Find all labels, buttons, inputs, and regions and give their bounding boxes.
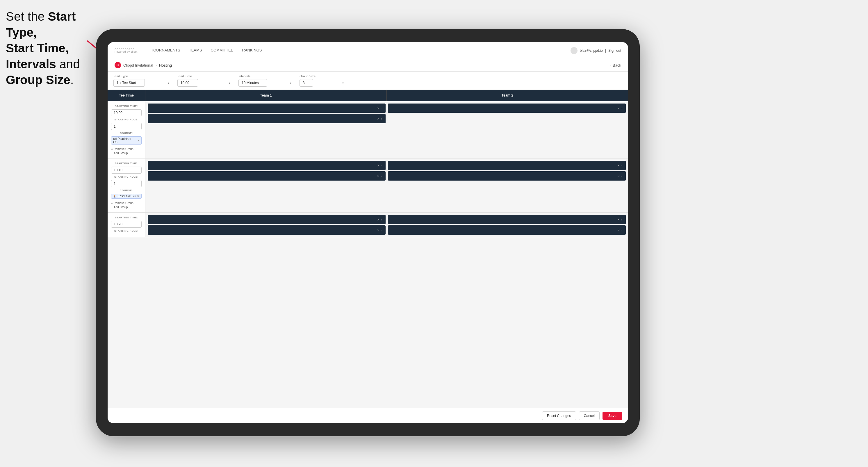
group-size-select-wrapper: 3 bbox=[300, 79, 346, 87]
course-icon-2: 🏌 bbox=[113, 194, 117, 198]
player-row-2-1: ✕ ○ bbox=[148, 161, 385, 170]
team1-players-2: ✕ ○ ✕ ○ bbox=[148, 161, 385, 210]
player-row-2-4: ✕ ○ bbox=[388, 171, 626, 181]
annotation-bold4: Group Size bbox=[6, 73, 70, 87]
starting-time-field-1[interactable] bbox=[112, 110, 142, 116]
remove-group-1[interactable]: Remove Group bbox=[111, 148, 142, 151]
player-row-3-3: ✕ ○ bbox=[388, 215, 626, 224]
team2-players-1: ✕ ○ bbox=[388, 103, 626, 156]
breadcrumb-tournament[interactable]: Clippd Invitational bbox=[123, 63, 153, 67]
player-remove-2-3[interactable]: ✕ ○ bbox=[617, 164, 622, 167]
player-row-1-2: ✕ ○ bbox=[148, 114, 385, 123]
group-size-label: Group Size bbox=[300, 74, 346, 78]
breadcrumb-bar: C Clippd Invitational › Hosting Back bbox=[107, 59, 628, 71]
starting-hole-field-1[interactable] bbox=[112, 123, 142, 130]
player-remove-1-2[interactable]: ✕ ○ bbox=[377, 117, 382, 120]
player-row-2-3: ✕ ○ bbox=[388, 161, 626, 170]
starting-hole-field-2[interactable] bbox=[112, 181, 142, 187]
teams-section-3: ✕ ○ ✕ ○ ✕ ○ ✕ bbox=[145, 213, 628, 237]
intervals-select[interactable]: 10 Minutes bbox=[239, 79, 267, 87]
logo-sub: Powered by clipp... bbox=[115, 51, 140, 53]
add-group-1[interactable]: Add Group bbox=[111, 152, 142, 155]
starting-time-field-3[interactable] bbox=[112, 221, 142, 227]
starting-hole-label-1: STARTING HOLE: bbox=[111, 118, 142, 121]
player-remove-2-4[interactable]: ✕ ○ bbox=[617, 175, 622, 178]
player-row-3-4: ✕ ○ bbox=[388, 225, 626, 235]
starting-hole-select-1[interactable]: ▲ ▼ bbox=[111, 123, 142, 130]
tee-time-col-3: STARTING TIME: ⏱ STARTING HOLE: bbox=[107, 213, 145, 237]
starting-hole-select-2[interactable]: ▲ ▼ bbox=[111, 180, 142, 187]
nav-user: blair@clippd.io | Sign out bbox=[570, 47, 621, 54]
action-links-2: Remove Group Add Group bbox=[111, 201, 142, 209]
user-avatar bbox=[570, 47, 578, 54]
starting-time-label-3: STARTING TIME: bbox=[111, 216, 142, 219]
player-remove-1-1[interactable]: ✕ ○ bbox=[377, 107, 382, 110]
team2-players-3: ✕ ○ ✕ ○ bbox=[388, 215, 626, 235]
course-label-1: COURSE: bbox=[111, 132, 142, 135]
group-size-group: Group Size 3 bbox=[300, 74, 346, 87]
teams-section-1: ✕ ○ ✕ ○ ✕ ○ bbox=[145, 101, 628, 158]
intervals-group: Intervals 10 Minutes bbox=[239, 74, 294, 87]
cancel-button[interactable]: Cancel bbox=[579, 411, 599, 420]
annotation-text: Set the Start Type, Start Time, Interval… bbox=[6, 9, 105, 88]
annotation-bold3: Intervals bbox=[6, 57, 56, 71]
group-row-1: STARTING TIME: ⏱ STARTING HOLE: ▲ ▼ COUR… bbox=[107, 101, 628, 158]
annotation-bold2: Start Time, bbox=[6, 41, 69, 55]
start-type-select[interactable]: 1st Tee Start bbox=[114, 79, 145, 87]
nav-tab-tournaments[interactable]: TOURNAMENTS bbox=[151, 47, 180, 54]
nav-bar: SCOREBOARD Powered by clipp... TOURNAMEN… bbox=[107, 42, 628, 59]
player-remove-2-2[interactable]: ✕ ○ bbox=[377, 175, 382, 178]
course-name-1: (A) Peachtree GC bbox=[113, 137, 136, 144]
breadcrumb-separator: › bbox=[156, 63, 157, 67]
intervals-label: Intervals bbox=[239, 74, 294, 78]
player-remove-3-4[interactable]: ✕ ○ bbox=[617, 228, 622, 232]
group-row-2: STARTING TIME: ⏱ STARTING HOLE: ▲ ▼ COUR… bbox=[107, 158, 628, 213]
starting-time-input-2[interactable]: ⏱ bbox=[111, 167, 142, 174]
start-type-select-wrapper: 1st Tee Start bbox=[114, 79, 172, 87]
sign-out-link[interactable]: Sign out bbox=[608, 49, 621, 53]
player-remove-3-1[interactable]: ✕ ○ bbox=[377, 218, 382, 221]
team1-players-1: ✕ ○ ✕ ○ bbox=[148, 103, 385, 156]
group-size-select[interactable]: 3 bbox=[300, 79, 313, 87]
course-badge-1: (A) Peachtree GC ✕ bbox=[111, 136, 142, 145]
starting-time-input-3[interactable]: ⏱ bbox=[111, 221, 142, 228]
scroll-area[interactable]: STARTING TIME: ⏱ STARTING HOLE: ▲ ▼ COUR… bbox=[107, 101, 628, 408]
settings-row: Start Type 1st Tee Start Start Time 10:0… bbox=[107, 71, 628, 90]
starting-time-input-1[interactable]: ⏱ bbox=[111, 109, 142, 116]
add-group-2[interactable]: Add Group bbox=[111, 206, 142, 209]
tablet-screen: SCOREBOARD Powered by clipp... TOURNAMEN… bbox=[107, 42, 628, 423]
remove-group-2[interactable]: Remove Group bbox=[111, 201, 142, 205]
nav-tab-teams[interactable]: TEAMS bbox=[189, 47, 202, 54]
team2-players-2: ✕ ○ ✕ ○ bbox=[388, 161, 626, 210]
player-row-2-2: ✕ ○ bbox=[148, 171, 385, 181]
player-remove-1-3[interactable]: ✕ ○ bbox=[617, 107, 622, 110]
bottom-bar: Reset Changes Cancel Save bbox=[107, 408, 628, 423]
group-row-3: STARTING TIME: ⏱ STARTING HOLE: ✕ ○ bbox=[107, 213, 628, 237]
course-remove-1[interactable]: ✕ bbox=[137, 139, 140, 142]
nav-tab-committee[interactable]: COMMITTEE bbox=[211, 47, 234, 54]
course-remove-2[interactable]: ✕ bbox=[137, 194, 139, 198]
col-team1: Team 1 bbox=[145, 90, 387, 101]
breadcrumb-section: Hosting bbox=[159, 63, 172, 67]
nav-tab-rankings[interactable]: RANKINGS bbox=[242, 47, 262, 54]
start-time-select-wrapper: 10:00 bbox=[177, 79, 232, 87]
player-remove-2-1[interactable]: ✕ ○ bbox=[377, 164, 382, 167]
annotation-line1: Set the bbox=[6, 9, 48, 23]
player-row-1-3: ✕ ○ bbox=[388, 103, 626, 113]
save-button[interactable]: Save bbox=[602, 412, 622, 420]
team1-players-3: ✕ ○ ✕ ○ bbox=[148, 215, 385, 235]
breadcrumb: C Clippd Invitational › Hosting bbox=[115, 62, 172, 68]
player-remove-3-2[interactable]: ✕ ○ bbox=[377, 228, 382, 232]
starting-time-field-2[interactable] bbox=[112, 167, 142, 173]
reset-button[interactable]: Reset Changes bbox=[542, 411, 576, 420]
tee-time-col-2: STARTING TIME: ⏱ STARTING HOLE: ▲ ▼ COUR… bbox=[107, 158, 145, 212]
start-time-group: Start Time 10:00 bbox=[177, 74, 232, 87]
start-time-label: Start Time bbox=[177, 74, 232, 78]
start-time-select[interactable]: 10:00 bbox=[177, 79, 198, 87]
start-type-label: Start Type bbox=[114, 74, 172, 78]
back-button[interactable]: Back bbox=[610, 63, 621, 67]
starting-time-label-1: STARTING TIME: bbox=[111, 105, 142, 107]
player-remove-3-3[interactable]: ✕ ○ bbox=[617, 218, 622, 221]
user-email: blair@clippd.io bbox=[580, 49, 603, 53]
starting-hole-label-3: STARTING HOLE: bbox=[111, 229, 142, 232]
